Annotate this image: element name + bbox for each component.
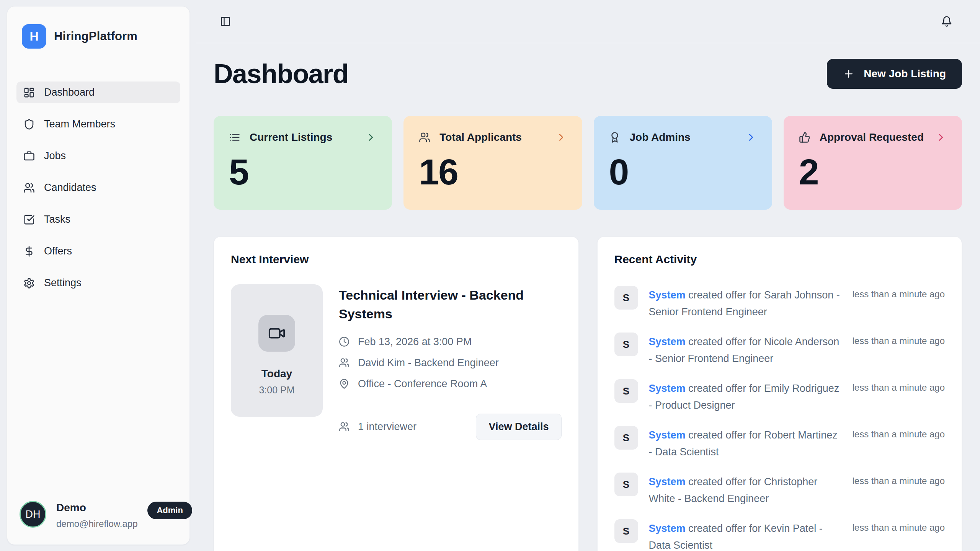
users-icon: [339, 421, 350, 432]
activity-avatar: S: [614, 426, 638, 450]
activity-avatar: S: [614, 519, 638, 543]
activity-avatar: S: [614, 473, 638, 496]
thumbs-up-icon: [799, 132, 810, 143]
activity-text: System created offer for Nicole Anderson…: [649, 333, 840, 367]
sidebar-nav: Dashboard Team Members Jobs Candidates T…: [16, 82, 180, 294]
activity-text: System created offer for Kevin Patel - D…: [649, 519, 840, 551]
page-title: Dashboard: [214, 59, 348, 89]
activity-actor-link[interactable]: System: [649, 476, 686, 487]
users-icon: [23, 182, 35, 194]
activity-timestamp: less than a minute ago: [853, 286, 945, 300]
interview-datetime: Feb 13, 2026 at 3:00 PM: [358, 336, 472, 348]
view-details-button[interactable]: View Details: [476, 414, 561, 440]
check-square-icon: [23, 214, 35, 225]
activity-avatar: S: [614, 333, 638, 356]
interview-location: Office - Conference Room A: [358, 378, 487, 390]
activity-actor-link[interactable]: System: [649, 289, 686, 301]
plus-icon: [843, 68, 854, 80]
main-area: Dashboard New Job Listing Current Listin…: [196, 0, 980, 551]
logo-letter: H: [29, 29, 38, 44]
dashboard-icon: [23, 87, 35, 98]
stat-value: 0: [609, 151, 757, 193]
interview-card: Today 3:00 PM Technical Interview - Back…: [231, 284, 562, 440]
panel-left-icon: [220, 16, 231, 27]
chevron-right-icon: [555, 132, 567, 143]
next-interview-panel: Next Interview Today 3:00 PM Technical I…: [214, 236, 579, 551]
activity-text: System created offer for Emily Rodriguez…: [649, 379, 840, 414]
activity-timestamp: less than a minute ago: [853, 519, 945, 533]
stat-value: 5: [229, 151, 377, 193]
shield-icon: [23, 119, 35, 130]
sidebar-item-label: Team Members: [44, 118, 115, 130]
interview-details: Technical Interview - Backend Systems Fe…: [339, 284, 562, 440]
clock-icon: [339, 336, 350, 347]
stat-card-current-listings[interactable]: Current Listings 5: [214, 116, 392, 210]
stat-card-total-applicants[interactable]: Total Applicants 16: [403, 116, 582, 210]
new-job-listing-label: New Job Listing: [864, 68, 946, 80]
sidebar-item-candidates[interactable]: Candidates: [16, 177, 180, 199]
stat-label: Job Admins: [630, 131, 691, 143]
user-email: demo@hireflow.app: [56, 518, 137, 529]
sidebar-item-settings[interactable]: Settings: [16, 272, 180, 294]
activity-list: S System created offer for Sarah Johnson…: [614, 286, 945, 551]
interview-day: Today: [261, 368, 292, 380]
activity-timestamp: less than a minute ago: [853, 379, 945, 393]
activity-actor-link[interactable]: System: [649, 336, 686, 347]
activity-actor-link[interactable]: System: [649, 429, 686, 441]
interview-candidate: David Kim - Backend Engineer: [358, 357, 499, 369]
sidebar-toggle-button[interactable]: [220, 16, 231, 27]
user-info: Demo demo@hireflow.app: [56, 501, 137, 529]
activity-text: System created offer for Sarah Johnson -…: [649, 286, 840, 320]
activity-item: S System created offer for Robert Martin…: [614, 426, 945, 460]
sidebar-item-team-members[interactable]: Team Members: [16, 113, 180, 135]
interview-date-tile: Today 3:00 PM: [231, 284, 323, 417]
brand: H HiringPlatform: [16, 24, 180, 49]
stat-label: Current Listings: [250, 131, 332, 143]
stat-card-job-admins[interactable]: Job Admins 0: [594, 116, 772, 210]
stat-value: 2: [799, 151, 947, 193]
page-content: Dashboard New Job Listing Current Listin…: [196, 43, 980, 551]
sidebar-item-label: Offers: [44, 245, 72, 257]
panels-row: Next Interview Today 3:00 PM Technical I…: [214, 236, 962, 551]
video-icon-tile: [258, 315, 295, 352]
interview-candidate-row: David Kim - Backend Engineer: [339, 357, 562, 369]
new-job-listing-button[interactable]: New Job Listing: [827, 59, 962, 89]
activity-avatar: S: [614, 379, 638, 403]
role-badge: Admin: [147, 502, 192, 519]
user-name: Demo: [56, 502, 137, 514]
interview-datetime-row: Feb 13, 2026 at 3:00 PM: [339, 336, 562, 348]
chevron-right-icon: [365, 132, 377, 143]
activity-timestamp: less than a minute ago: [853, 333, 945, 346]
activity-item: S System created offer for Sarah Johnson…: [614, 286, 945, 320]
user-profile: DH Demo demo@hireflow.app Admin: [16, 501, 180, 529]
sidebar-item-dashboard[interactable]: Dashboard: [16, 82, 180, 103]
sidebar-item-label: Tasks: [44, 214, 70, 225]
sidebar: H HiringPlatform Dashboard Team Members …: [7, 6, 190, 545]
sidebar-item-label: Settings: [44, 277, 82, 289]
app-logo: H: [22, 24, 46, 49]
stat-card-approval-requested[interactable]: Approval Requested 2: [784, 116, 962, 210]
video-icon: [268, 324, 286, 342]
list-icon: [229, 132, 240, 143]
interviewer-count-row: 1 interviewer: [339, 421, 416, 433]
activity-actor-link[interactable]: System: [649, 523, 686, 534]
interview-footer: 1 interviewer View Details: [339, 414, 562, 440]
activity-actor-link[interactable]: System: [649, 383, 686, 394]
notifications-button[interactable]: [941, 16, 952, 27]
interview-location-row: Office - Conference Room A: [339, 378, 562, 390]
interviewer-count: 1 interviewer: [358, 421, 416, 433]
sidebar-item-label: Jobs: [44, 150, 66, 162]
stats-row: Current Listings 5 Total Applicants 16 J…: [214, 116, 962, 210]
activity-avatar: S: [614, 286, 638, 310]
activity-text: System created offer for Christopher Whi…: [649, 473, 840, 507]
next-interview-title: Next Interview: [231, 253, 562, 266]
sidebar-item-jobs[interactable]: Jobs: [16, 145, 180, 167]
recent-activity-panel: Recent Activity S System created offer f…: [597, 236, 962, 551]
activity-item: S System created offer for Christopher W…: [614, 473, 945, 507]
sidebar-item-offers[interactable]: Offers: [16, 240, 180, 262]
sidebar-item-label: Candidates: [44, 182, 96, 194]
interview-time: 3:00 PM: [259, 385, 294, 396]
sidebar-item-tasks[interactable]: Tasks: [16, 209, 180, 230]
sidebar-item-label: Dashboard: [44, 86, 95, 98]
topbar: [196, 0, 980, 43]
